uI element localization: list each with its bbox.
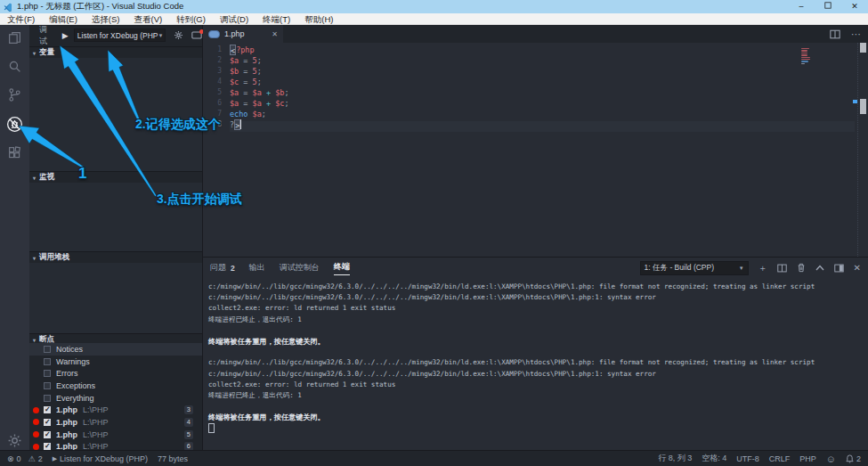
terminal-line <box>208 401 856 412</box>
file-breakpoint-row[interactable]: 1.phpL:\PHP4 <box>29 416 202 429</box>
bottom-panel: 问题2输出调试控制台终端 1: 任务 - Build (CPP) ▼ ＋ <box>203 257 868 450</box>
exception-breakpoint-row[interactable]: Everything <box>29 392 202 405</box>
scrollbar-thumb[interactable] <box>860 43 866 53</box>
search-icon[interactable] <box>5 57 23 75</box>
code-token: ; <box>257 55 262 66</box>
file-breakpoint-row[interactable]: 1.phpL:\PHP5 <box>29 429 202 441</box>
terminal-line: 终端进程已终止，退出代码: 1 <box>208 390 856 401</box>
section-variables[interactable]: ▾ 变量 <box>29 46 202 58</box>
code-line[interactable]: 5$a = $a + $b; <box>203 87 289 98</box>
notifications-bell[interactable]: 2 <box>846 454 861 463</box>
exception-breakpoint-row[interactable]: Exceptions <box>29 380 202 392</box>
kill-terminal-trash-icon[interactable] <box>797 263 806 273</box>
code-line[interactable]: 2$a = 5; <box>203 55 262 66</box>
breakpoint-checkbox[interactable] <box>44 382 51 389</box>
breakpoint-checkbox[interactable] <box>44 346 51 353</box>
menu-item[interactable]: 转到(G) <box>169 13 213 25</box>
maximize-button[interactable] <box>815 0 841 13</box>
exception-breakpoint-row[interactable]: Warnings <box>29 356 202 368</box>
caret-down-icon: ▼ <box>739 266 744 271</box>
feedback-smiley-icon[interactable]: ☺ <box>826 454 836 464</box>
panel-tab-问题[interactable]: 问题2 <box>210 262 235 274</box>
file-breakpoint-row[interactable]: 1.phpL:\PHP3 <box>29 404 202 416</box>
menu-item[interactable]: 查看(V) <box>126 13 169 25</box>
menu-item[interactable]: 终端(T) <box>256 13 297 25</box>
close-button[interactable]: ✕ <box>841 0 868 13</box>
open-launch-config-gear-icon[interactable] <box>174 30 183 40</box>
code-line[interactable]: 4$c = 5; <box>203 77 262 87</box>
explorer-icon[interactable] <box>5 29 23 46</box>
close-tab-icon[interactable]: ✕ <box>272 30 278 38</box>
code-token: = <box>239 77 252 87</box>
panel-tab-输出[interactable]: 输出 <box>249 262 265 274</box>
breakpoint-checkbox[interactable] <box>44 370 51 377</box>
settings-gear-icon[interactable] <box>5 431 23 449</box>
code-line[interactable]: 7echo $a; <box>203 109 266 119</box>
line-number: 1 <box>203 45 230 55</box>
status-item[interactable]: 空格: 4 <box>702 453 726 464</box>
breakpoint-checkbox[interactable] <box>44 406 51 413</box>
debug-console-toggle-icon[interactable] <box>191 31 202 39</box>
breakpoint-checkbox[interactable] <box>44 431 51 438</box>
exception-breakpoint-row[interactable]: Notices <box>29 343 202 356</box>
file-size-status[interactable]: 77 bytes <box>158 454 188 463</box>
debug-status-label: Listen for XDebug (PHP) <box>60 454 148 463</box>
section-label: 调用堆栈 <box>39 252 69 263</box>
line-number: 3 <box>203 66 230 77</box>
debug-config-dropdown[interactable]: Listen for XDebug (PHP ▼ <box>74 29 166 42</box>
maximize-panel-chevron-icon[interactable] <box>815 265 824 271</box>
breakpoint-label: Warnings <box>56 357 90 366</box>
code-token: $b <box>275 87 284 98</box>
code-line[interactable]: 1<?php <box>203 45 255 55</box>
status-item[interactable]: 行 8, 列 3 <box>658 453 692 464</box>
new-terminal-icon[interactable]: ＋ <box>758 264 767 273</box>
debug-toolbar: 调试 ▶ Listen for XDebug (PHP ▼ <box>29 25 202 45</box>
breakpoint-checkbox[interactable] <box>44 419 51 426</box>
breakpoint-file: 1.php <box>56 405 77 414</box>
editor-tab-bar: 1.php ✕ ⋯ <box>203 25 868 43</box>
terminal-output[interactable]: c:/mingw/bin/../lib/gcc/mingw32/6.3.0/..… <box>203 278 856 450</box>
scrollbar-thumb[interactable] <box>860 99 866 114</box>
minimap[interactable] <box>801 48 812 65</box>
text-cursor <box>240 119 241 129</box>
source-control-icon[interactable] <box>5 86 23 103</box>
split-terminal-icon[interactable] <box>777 264 787 273</box>
code-line[interactable]: 3$b = 5; <box>203 66 262 77</box>
toggle-panel-layout-icon[interactable] <box>834 264 844 273</box>
panel-tab-调试控制台[interactable]: 调试控制台 <box>280 262 320 274</box>
section-watch[interactable]: ▾ 监视 <box>29 171 202 183</box>
breakpoint-dot-icon <box>33 444 39 450</box>
debug-status[interactable]: ▶ Listen for XDebug (PHP) <box>53 454 148 463</box>
exception-breakpoint-row[interactable]: Errors <box>29 367 202 380</box>
breakpoint-checkbox[interactable] <box>44 358 51 365</box>
problems-status[interactable]: ⊗ 0 ⚠ 2 <box>7 454 43 463</box>
menu-item[interactable]: 文件(F) <box>0 13 42 25</box>
more-actions-icon[interactable]: ⋯ <box>851 29 861 40</box>
status-item[interactable]: CRLF <box>769 454 791 463</box>
menu-item[interactable]: 调试(D) <box>213 13 256 25</box>
status-item[interactable]: PHP <box>799 454 816 463</box>
terminal-selector-dropdown[interactable]: 1: 任务 - Build (CPP) ▼ <box>640 261 749 275</box>
terminal-line: 终端将被任务重用，按任意键关闭。 <box>208 336 856 347</box>
line-number: 5 <box>203 87 230 98</box>
section-call-stack[interactable]: ▾ 调用堆栈 <box>29 251 202 263</box>
menu-item[interactable]: 帮助(H) <box>297 13 340 25</box>
extensions-icon[interactable] <box>5 143 23 161</box>
chevron-down-icon: ▾ <box>33 50 36 56</box>
minimize-button[interactable]: – <box>788 0 815 13</box>
close-panel-icon[interactable]: ✕ <box>854 264 861 273</box>
menu-item[interactable]: 选择(S) <box>85 13 127 25</box>
code-token: ; <box>262 109 266 119</box>
breakpoint-checkbox[interactable] <box>44 395 51 402</box>
split-editor-icon[interactable] <box>830 29 840 39</box>
code-line[interactable]: 6$a = $a + $c; <box>203 98 289 109</box>
breakpoint-label: Errors <box>56 369 78 378</box>
code-token: $a <box>253 109 262 119</box>
debug-icon[interactable] <box>5 115 23 133</box>
tab-1php[interactable]: 1.php ✕ <box>203 25 283 43</box>
code-editor[interactable]: 1<?php2$a = 5;3$b = 5;4$c = 5;5$a = $a +… <box>203 43 868 257</box>
panel-tab-终端[interactable]: 终端 <box>334 261 350 275</box>
start-debug-button[interactable]: ▶ <box>62 31 69 40</box>
status-item[interactable]: UTF-8 <box>736 454 759 463</box>
code-line[interactable]: 8?> <box>203 119 241 130</box>
